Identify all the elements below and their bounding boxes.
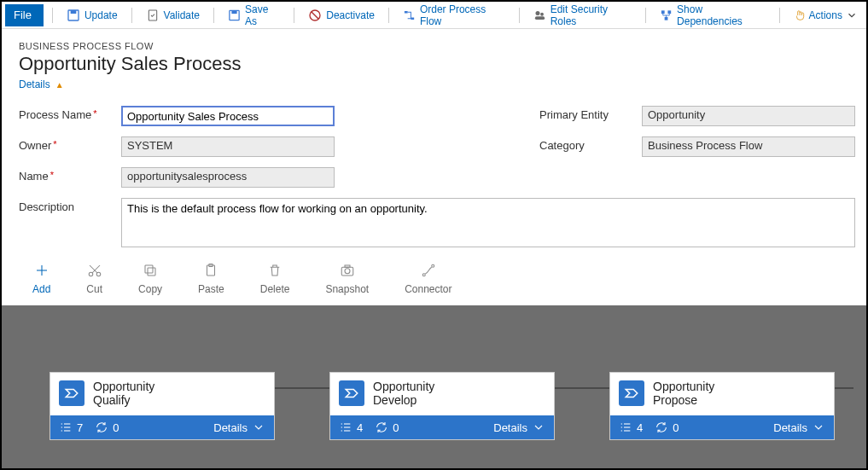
steps-count: 4 — [339, 421, 363, 434]
cut-label: Cut — [86, 283, 102, 295]
toolbar-divider — [294, 8, 294, 23]
security-icon — [533, 9, 546, 22]
paste-label: Paste — [198, 283, 224, 295]
svg-point-28 — [422, 274, 425, 276]
category-field: Business Process Flow — [642, 136, 855, 157]
chevron-down-icon — [812, 421, 825, 434]
trash-icon — [267, 263, 283, 278]
designer-toolbar: Add Cut Copy Paste Delete Snapshot Conne… — [2, 254, 866, 305]
stage-card[interactable]: Opportunity Propose 4 0 Details — [609, 372, 835, 440]
toolbar-divider — [645, 8, 646, 23]
loops-count: 0 — [95, 421, 119, 434]
owner-field[interactable]: SYSTEM — [121, 136, 335, 157]
steps-count: 4 — [619, 421, 643, 434]
stage-title-l2: Qualify — [93, 393, 154, 407]
list-icon — [619, 421, 632, 434]
owner-label: Owner — [19, 136, 121, 152]
validate-label: Validate — [164, 9, 200, 21]
camera-icon — [340, 263, 355, 278]
loops-value: 0 — [673, 421, 679, 434]
stage-card[interactable]: Opportunity Qualify 7 0 Details — [50, 372, 275, 440]
stage-title-l1: Opportunity — [653, 380, 714, 393]
svg-rect-22 — [145, 265, 153, 273]
page-title: Opportunity Sales Process — [19, 53, 849, 75]
edit-security-button[interactable]: Edit Security Roles — [528, 2, 637, 29]
loops-value: 0 — [393, 421, 399, 434]
snapshot-button[interactable]: Snapshot — [325, 263, 369, 295]
stage-footer: 4 0 Details — [330, 415, 554, 439]
save-icon — [67, 9, 80, 22]
primary-entity-label: Primary Entity — [539, 106, 642, 121]
name-field: opportunitysalesprocess — [121, 167, 335, 188]
chevron-down-icon — [252, 421, 265, 434]
refresh-icon — [375, 421, 388, 434]
update-label: Update — [84, 9, 118, 21]
designer-canvas[interactable]: Opportunity Qualify 7 0 Details — [2, 305, 866, 470]
add-label: Add — [32, 283, 50, 295]
stage-header: Opportunity Qualify — [50, 373, 274, 415]
clipboard-check-icon — [146, 9, 160, 22]
update-button[interactable]: Update — [61, 7, 123, 24]
svg-point-29 — [432, 264, 434, 267]
stage-title-l2: Develop — [373, 393, 434, 407]
chevron-down-icon — [532, 421, 545, 434]
stage-details-button[interactable]: Details — [493, 421, 545, 434]
description-input[interactable] — [121, 198, 855, 247]
actions-label: Actions — [809, 9, 842, 21]
svg-rect-14 — [665, 16, 668, 20]
stage-details-button[interactable]: Details — [213, 421, 265, 434]
order-flow-button[interactable]: Order Process Flow — [398, 2, 510, 29]
stage-card[interactable]: Opportunity Develop 4 0 Details — [329, 372, 555, 440]
page-header: BUSINESS PROCESS FLOW Opportunity Sales … — [2, 29, 866, 96]
delete-label: Delete — [260, 283, 290, 295]
loops-value: 0 — [113, 421, 119, 434]
stage-title: Opportunity Propose — [653, 380, 714, 407]
add-button[interactable]: Add — [32, 263, 50, 295]
plus-icon — [34, 263, 50, 278]
category-label: Category — [539, 136, 642, 152]
dependencies-icon — [660, 9, 673, 22]
actions-menu[interactable]: Actions — [789, 8, 863, 23]
svg-point-9 — [535, 10, 539, 15]
description-label: Description — [19, 198, 121, 213]
show-deps-label: Show Dependencies — [677, 3, 766, 27]
copy-label: Copy — [138, 283, 162, 295]
svg-rect-8 — [411, 17, 414, 20]
stage-title-l2: Propose — [653, 393, 714, 407]
copy-button[interactable]: Copy — [138, 263, 162, 295]
refresh-icon — [655, 421, 668, 434]
process-name-input[interactable] — [121, 106, 335, 126]
snapshot-label: Snapshot — [325, 283, 369, 295]
steps-count: 7 — [59, 421, 83, 434]
stage-title-l1: Opportunity — [373, 380, 434, 393]
show-deps-button[interactable]: Show Dependencies — [655, 2, 771, 29]
hand-icon — [794, 9, 806, 21]
stage-title: Opportunity Develop — [373, 380, 434, 407]
file-menu[interactable]: File — [5, 4, 44, 26]
list-icon — [339, 421, 352, 434]
clipboard-icon — [203, 263, 218, 278]
validate-button[interactable]: Validate — [141, 7, 205, 24]
paste-button[interactable]: Paste — [198, 263, 224, 295]
save-as-button[interactable]: Save As — [223, 2, 285, 29]
deactivate-icon — [308, 9, 322, 22]
connector-icon — [421, 263, 436, 278]
svg-rect-11 — [535, 16, 545, 20]
deactivate-button[interactable]: Deactivate — [303, 7, 380, 24]
deactivate-label: Deactivate — [326, 9, 375, 21]
cut-button[interactable]: Cut — [86, 263, 102, 295]
connector-line — [555, 387, 609, 389]
svg-rect-27 — [345, 265, 350, 267]
refresh-icon — [95, 421, 108, 434]
flow-icon — [403, 9, 416, 22]
loops-count: 0 — [655, 421, 679, 434]
connector-button[interactable]: Connector — [405, 263, 451, 295]
details-toggle[interactable]: Details ▲ — [19, 78, 64, 90]
stage-row: Opportunity Qualify 7 0 Details — [2, 372, 866, 440]
svg-line-6 — [312, 12, 318, 19]
list-icon — [59, 421, 73, 434]
toolbar-divider — [213, 8, 214, 23]
delete-button[interactable]: Delete — [260, 263, 290, 295]
stage-title: Opportunity Qualify — [93, 380, 154, 407]
stage-details-button[interactable]: Details — [773, 421, 825, 434]
